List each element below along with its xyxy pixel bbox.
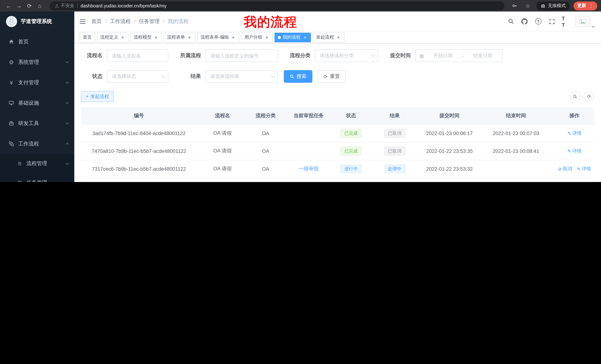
breadcrumb-workflow[interactable]: 工作流程 xyxy=(110,18,139,25)
search-button[interactable]: 搜索 xyxy=(284,70,312,83)
chevron-down-icon xyxy=(161,74,165,77)
sidebar-item-infrastructure[interactable]: 基础设施 xyxy=(0,93,74,113)
tab-home[interactable]: 首页 xyxy=(80,32,95,42)
detail-link[interactable]: ✎详情 xyxy=(567,130,582,136)
result-badge: 处理中 xyxy=(384,164,405,173)
help-icon[interactable]: ? xyxy=(534,17,542,25)
sidebar-item-system-management[interactable]: ⚙ 系统管理 xyxy=(0,52,74,72)
col-submit-time: 提交时间 xyxy=(421,107,477,124)
top-navbar: 首页 工作流程 任务管理 我的流程 ? T T xyxy=(74,11,601,31)
close-icon[interactable]: × xyxy=(302,35,308,40)
github-icon[interactable] xyxy=(521,17,529,25)
divider xyxy=(77,3,78,8)
reset-button[interactable]: ⟳ 重置 xyxy=(318,70,346,83)
parent-process-input[interactable] xyxy=(205,49,278,62)
workflow-icon xyxy=(8,141,14,147)
result-select[interactable]: 请选择流结果 xyxy=(205,70,278,83)
chevron-down-icon xyxy=(271,74,274,77)
password-key-icon[interactable] xyxy=(510,1,519,10)
submit-time-label: 提交时间 xyxy=(384,52,415,59)
process-id: 7317cec6-7b9b-11ec-b5b7-acde48001122 xyxy=(81,160,197,178)
process-name-label: 流程名 xyxy=(81,52,107,59)
browser-toolbar: ← → ⟳ ⌂ ⚠ 不安全 dashboard.yudao.iocoder.cn… xyxy=(0,0,601,11)
table-row: 7317cec6-7b9b-11ec-b5b7-acde48001122 OA … xyxy=(81,160,594,178)
category-select[interactable]: 请选择流程分类 xyxy=(315,49,378,62)
warning-icon: ⚠ xyxy=(55,3,59,8)
table-row: 3ad174fb-7b9d-11ec-8404-acde48001122 OA … xyxy=(81,124,594,142)
status-badge: 已完成 xyxy=(340,147,362,155)
back-icon[interactable]: ← xyxy=(4,1,13,10)
tab-user-group[interactable]: 用户分组× xyxy=(241,32,273,42)
breadcrumb-task-management[interactable]: 任务管理 xyxy=(139,18,168,25)
col-result: 结果 xyxy=(368,107,421,124)
url-text: dashboard.yudao.iocoder.cn/bpm/task/my xyxy=(80,3,167,8)
close-icon[interactable]: × xyxy=(187,35,192,40)
home-icon xyxy=(8,39,14,45)
fullscreen-icon[interactable] xyxy=(548,17,556,25)
incognito-badge[interactable]: 无痕模式 xyxy=(536,1,570,10)
current-task-link[interactable]: 一级审批 xyxy=(299,165,319,172)
sidebar-item-task-management[interactable]: 任务管理 xyxy=(0,173,74,182)
process-id: 3ad174fb-7b9d-11ec-8404-acde48001122 xyxy=(81,124,197,142)
address-bar[interactable]: ⚠ 不安全 dashboard.yudao.iocoder.cn/bpm/tas… xyxy=(50,1,504,10)
sidebar-item-home[interactable]: 首页 xyxy=(0,31,74,52)
security-warning[interactable]: ⚠ 不安全 xyxy=(55,3,74,9)
sidebar-item-process-management[interactable]: 流程管理 xyxy=(0,154,74,173)
table-row: 7470a810-7b9b-11ec-b5b7-acde48001122 OA … xyxy=(81,142,594,160)
detail-link[interactable]: ✎详情 xyxy=(567,148,582,154)
close-icon[interactable]: × xyxy=(153,35,159,40)
chevron-down-icon xyxy=(66,60,69,63)
result-badge: 已取消 xyxy=(384,147,405,155)
chevron-down-icon xyxy=(66,162,69,165)
process-management-icon xyxy=(16,161,23,166)
font-size-icon[interactable]: T T xyxy=(562,17,570,25)
tab-start-process[interactable]: 发起流程× xyxy=(313,32,344,42)
workflow-submenu: 流程管理 任务管理 我的流程 xyxy=(0,154,74,182)
detail-link[interactable]: ✎详情 xyxy=(577,166,591,172)
col-category: 流程分类 xyxy=(248,107,283,124)
hide-search-icon[interactable] xyxy=(570,91,580,102)
tab-process-model[interactable]: 流程模型× xyxy=(130,32,162,42)
tab-my-process[interactable]: 我的流程× xyxy=(274,32,311,42)
refresh-icon[interactable]: ⟳ xyxy=(584,91,594,102)
sidebar-item-payment-management[interactable]: ¥ 支付管理 xyxy=(0,72,74,93)
tab-process-form-edit[interactable]: 流程表单-编辑× xyxy=(197,32,239,42)
status-badge: 进行中 xyxy=(340,164,362,173)
home-icon[interactable]: ⌂ xyxy=(35,1,45,10)
edit-icon: ✎ xyxy=(577,166,581,172)
search-icon[interactable] xyxy=(507,17,515,25)
annotation-title: 我的流程 xyxy=(244,13,297,31)
refresh-icon: ⟳ xyxy=(323,74,328,79)
breadcrumb-home[interactable]: 首页 xyxy=(91,18,110,25)
parent-process-label: 所属流程 xyxy=(174,52,205,59)
chevron-down-icon xyxy=(66,80,69,84)
page-content: 流程名 所属流程 流程分类 请选择流程分类 提交时间 xyxy=(74,43,601,182)
forward-icon[interactable]: → xyxy=(14,1,24,10)
reload-icon[interactable]: ⟳ xyxy=(25,1,34,10)
sidebar-item-dev-tools[interactable]: 研发工具 xyxy=(0,113,74,134)
status-select[interactable]: 请选择状态 xyxy=(107,70,168,83)
app-logo-row[interactable]: 芋道管理系统 xyxy=(0,11,74,31)
browser-menu-icon[interactable]: ⋮ xyxy=(589,3,594,9)
process-name-input[interactable] xyxy=(107,49,168,62)
close-icon[interactable]: × xyxy=(264,35,269,40)
bookmark-star-icon[interactable]: ☆ xyxy=(523,1,533,10)
user-menu[interactable] xyxy=(575,16,594,27)
tab-process-form[interactable]: 流程表单× xyxy=(164,32,195,42)
cancel-link[interactable]: ⊘取消 xyxy=(558,166,572,172)
submit-time-range-picker[interactable]: ▦ 开始日期 - 结束日期 xyxy=(415,49,502,62)
start-process-button[interactable]: + 发起流程 xyxy=(81,91,114,102)
close-icon[interactable]: × xyxy=(336,35,341,40)
tab-process-definition[interactable]: 流程定义× xyxy=(97,32,129,42)
tags-view: 首页 流程定义× 流程模型× 流程表单× 流程表单-编辑× 用户分组× 我的流程… xyxy=(74,31,601,43)
close-icon[interactable]: × xyxy=(231,35,236,40)
process-id: 2152467e-7b9b-11ec-9a1b-acde48001122 xyxy=(81,178,197,182)
hamburger-icon[interactable] xyxy=(74,11,91,31)
sidebar-item-workflow[interactable]: 工作流程 xyxy=(0,134,74,154)
browser-update-button[interactable]: 更新 ⋮ xyxy=(573,1,597,10)
close-icon[interactable]: × xyxy=(120,35,125,40)
cancel-icon: ⊘ xyxy=(558,166,562,172)
plus-icon: + xyxy=(86,94,89,99)
browser-window: ← → ⟳ ⌂ ⚠ 不安全 dashboard.yudao.iocoder.cn… xyxy=(0,0,601,182)
col-status: 状态 xyxy=(334,107,368,124)
